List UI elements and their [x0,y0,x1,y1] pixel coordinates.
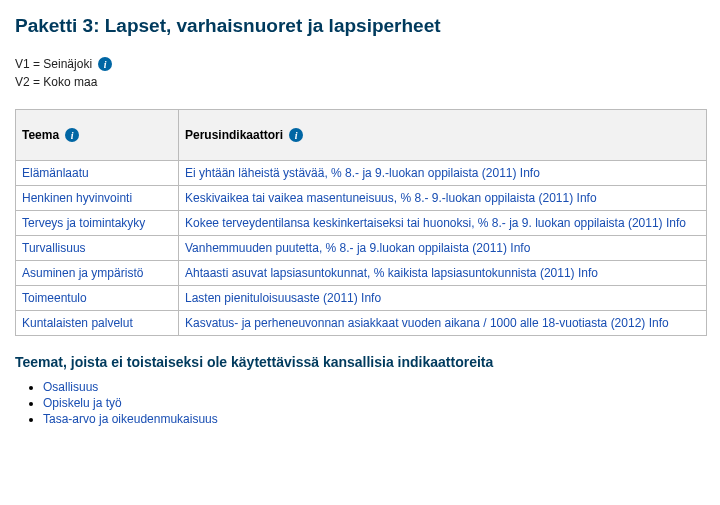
missing-link[interactable]: Osallisuus [43,380,98,394]
table-row: Turvallisuus Vanhemmuuden puutetta, % 8.… [16,236,707,261]
teema-link[interactable]: Turvallisuus [22,241,86,255]
legend-v1-row: V1 = Seinäjoki i [15,55,705,73]
info-icon[interactable]: i [65,128,79,142]
table-row: Kuntalaisten palvelut Kasvatus- ja perhe… [16,311,707,336]
teema-link[interactable]: Terveys ja toimintakyky [22,216,145,230]
indicator-link[interactable]: Ei yhtään läheistä ystävää, % 8.- ja 9.-… [185,166,540,180]
teema-link[interactable]: Toimeentulo [22,291,87,305]
col-header-teema: Teema i [16,110,179,161]
teema-link[interactable]: Asuminen ja ympäristö [22,266,143,280]
indicator-link[interactable]: Keskivaikea tai vaikea masentuneisuus, %… [185,191,597,205]
indicator-link[interactable]: Ahtaasti asuvat lapsiasuntokunnat, % kai… [185,266,598,280]
indicator-link[interactable]: Kokee terveydentilansa keskinkertaiseksi… [185,216,686,230]
missing-link[interactable]: Opiskelu ja työ [43,396,122,410]
col-header-teema-label: Teema [22,128,59,142]
list-item: Tasa-arvo ja oikeudenmukaisuus [43,412,705,426]
table-row: Terveys ja toimintakyky Kokee terveydent… [16,211,707,236]
legend-v2-row: V2 = Koko maa [15,73,705,91]
table-row: Henkinen hyvinvointi Keskivaikea tai vai… [16,186,707,211]
table-header-row: Teema i Perusindikaattori i [16,110,707,161]
missing-link[interactable]: Tasa-arvo ja oikeudenmukaisuus [43,412,218,426]
table-row: Toimeentulo Lasten pienituloisuusaste (2… [16,286,707,311]
col-header-perusindikaattori-label: Perusindikaattori [185,128,283,142]
table-row: Asuminen ja ympäristö Ahtaasti asuvat la… [16,261,707,286]
indicator-link[interactable]: Vanhemmuuden puutetta, % 8.- ja 9.luokan… [185,241,530,255]
list-item: Osallisuus [43,380,705,394]
col-header-perusindikaattori: Perusindikaattori i [179,110,707,161]
table-row: Elämänlaatu Ei yhtään läheistä ystävää, … [16,161,707,186]
info-icon[interactable]: i [289,128,303,142]
indicator-link[interactable]: Kasvatus- ja perheneuvonnan asiakkaat vu… [185,316,669,330]
indicator-table: Teema i Perusindikaattori i Elämänlaatu … [15,109,707,336]
legend-v1-text: V1 = Seinäjoki [15,55,92,73]
list-item: Opiskelu ja työ [43,396,705,410]
legend-block: V1 = Seinäjoki i V2 = Koko maa [15,55,705,91]
page-title: Paketti 3: Lapset, varhaisnuoret ja laps… [15,15,705,37]
missing-heading: Teemat, joista ei toistaiseksi ole käyte… [15,354,705,370]
info-icon[interactable]: i [98,57,112,71]
teema-link[interactable]: Kuntalaisten palvelut [22,316,133,330]
indicator-link[interactable]: Lasten pienituloisuusaste (2011) Info [185,291,381,305]
missing-list: Osallisuus Opiskelu ja työ Tasa-arvo ja … [43,380,705,426]
legend-v2-text: V2 = Koko maa [15,73,97,91]
teema-link[interactable]: Elämänlaatu [22,166,89,180]
teema-link[interactable]: Henkinen hyvinvointi [22,191,132,205]
